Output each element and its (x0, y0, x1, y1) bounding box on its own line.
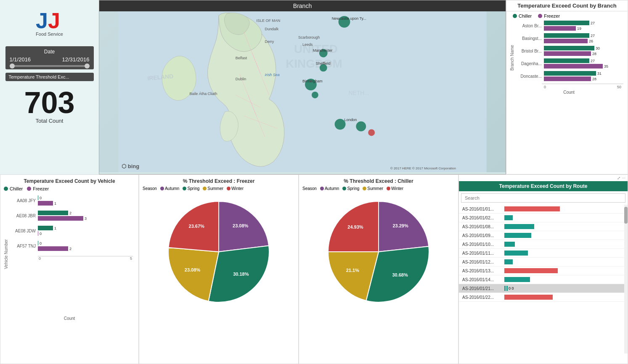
map-title: Branch (99, 0, 506, 11)
threshold-label: Temperature Threshold Exc... (5, 73, 94, 81)
vehicle-chiller-dot (4, 187, 8, 191)
vehicle-legend-chiller: Chiller (4, 186, 23, 191)
date-slider[interactable] (10, 65, 90, 67)
vehicle-panel: Temperature Exceed Count by Vehicle Chil… (0, 174, 139, 364)
vehicle-x-label: Count (4, 316, 135, 321)
route-item[interactable]: AS-2016/01/14... (459, 275, 624, 284)
freezer-pie-container: 23.08%30.18%23.08%23.67% (143, 193, 295, 311)
svg-text:24.93%: 24.93% (347, 224, 363, 229)
vehicle-y-label: Vehicle Number (4, 193, 8, 315)
route-title: Temperature Exceed Count by Route (459, 181, 628, 191)
season-label-chiller: Season (302, 186, 317, 191)
freezer-pie-panel: % Threshold Exceed : Freezer Season Autu… (139, 174, 299, 364)
menu-icon[interactable]: ··· (622, 176, 625, 180)
branch-chart-title: Temperature Exceed Count by Branch (506, 0, 628, 11)
branch-row: Bristol Br... 30 28 (514, 46, 623, 56)
svg-text:KINGDOM: KINGDOM (286, 57, 342, 70)
vehicle-row: AA08 JFY 0 1 (11, 195, 133, 206)
svg-text:Birmingham: Birmingham (302, 79, 323, 83)
svg-text:Manchester: Manchester (313, 48, 333, 53)
date-panel: Date 1/1/2016 12/31/2016 (5, 46, 94, 69)
route-item[interactable]: AS-2016/01/10... (459, 240, 624, 249)
svg-text:Belfast: Belfast (236, 56, 247, 60)
svg-text:Scarborough: Scarborough (298, 35, 320, 40)
logo-j1: J (36, 8, 48, 33)
legend-freezer: Freezer (538, 13, 560, 18)
route-search-input[interactable] (461, 193, 625, 203)
season-label-freezer: Season (143, 186, 157, 191)
chiller-season-legend: Season Autumn Spring Summer Winter (302, 186, 455, 191)
vehicle-chiller-label: Chiller (10, 186, 23, 191)
svg-text:30.18%: 30.18% (233, 272, 249, 277)
chiller-label: Chiller (519, 13, 532, 18)
route-panel: ⤢ ··· Temperature Exceed Count by Route … (458, 174, 628, 364)
vehicle-freezer-dot (27, 187, 31, 191)
count-number: 703 (24, 87, 74, 118)
date-label: Date (10, 49, 90, 55)
svg-text:Sheffield: Sheffield (316, 61, 331, 66)
route-item[interactable]: AS-2016/01/12... (459, 258, 624, 266)
svg-text:ISLE OF MAN: ISLE OF MAN (257, 18, 281, 23)
route-item[interactable]: AS-2016/01/13... (459, 266, 624, 275)
route-item[interactable]: AS-2016/01/11... (459, 249, 624, 258)
logo: JJ Food Service (22, 4, 77, 42)
vehicle-title: Temperature Exceed Count by Vehicle (4, 178, 135, 184)
freezer-pie-title: % Threshold Exceed : Freezer (143, 178, 295, 184)
svg-text:Dublin: Dublin (236, 77, 246, 81)
vehicle-bars: AA08 JFY 0 1 AE08 JBR 2 3 AE08 JDW 1 0 A… (8, 193, 135, 315)
route-item[interactable]: AS-2016/01/01... (459, 205, 624, 214)
vehicle-row: AE08 JDW 1 0 (11, 226, 133, 236)
route-search-container[interactable] (459, 191, 628, 205)
svg-text:Derry: Derry (265, 40, 274, 44)
date-slider-right[interactable] (85, 63, 90, 69)
freezer-season-legend: Season Autumn Spring Summer Winter (143, 186, 295, 191)
svg-text:Baile Átha Cliath: Baile Átha Cliath (189, 92, 217, 96)
route-item[interactable]: AS-2016/01/08... (459, 222, 624, 231)
route-item[interactable]: AS-2016/01/21...0 0 (459, 284, 624, 293)
date-start: 1/1/2016 (10, 56, 31, 63)
date-end: 12/31/2016 (62, 56, 89, 63)
vehicle-freezer-label: Freezer (33, 186, 49, 191)
expand-icon[interactable]: ⤢ (617, 176, 620, 180)
svg-text:21.1%: 21.1% (346, 268, 359, 273)
chiller-pie-panel: % Threshold Exceed : Chiller Season Autu… (299, 174, 458, 364)
svg-text:NETH...: NETH... (348, 90, 369, 96)
svg-text:⬡ bing: ⬡ bing (122, 163, 139, 169)
freezer-label: Freezer (544, 13, 560, 18)
branch-row: Aston Br... 27 19 (514, 21, 623, 31)
route-item[interactable]: AS-2016/01/02... (459, 214, 624, 222)
total-count-display: 703 Total Count (24, 87, 74, 124)
chiller-pie-title: % Threshold Exceed : Chiller (302, 178, 455, 184)
freezer-dot (538, 14, 542, 18)
vehicle-row: AE08 JBR 2 3 (11, 211, 133, 221)
scrollbar-thumb[interactable] (624, 207, 628, 224)
route-scrollbar[interactable] (624, 205, 628, 353)
svg-text:Dundalk: Dundalk (265, 27, 278, 31)
legend-chiller: Chiller (513, 13, 532, 18)
svg-text:30.68%: 30.68% (392, 272, 408, 277)
svg-point-17 (356, 121, 366, 132)
logo-j2: J (48, 8, 60, 33)
vehicle-row: AF57 TNJ 0 2 (11, 241, 133, 251)
svg-text:London: London (344, 118, 357, 122)
chiller-pie-container: 23.29%30.68%21.1%24.93% (302, 193, 455, 311)
route-item[interactable]: AS-2016/01/09... (459, 231, 624, 240)
map-area[interactable]: UNITED KINGDOM IRELAND NETH... Newcastle… (99, 11, 506, 172)
svg-point-15 (312, 92, 318, 98)
map-panel: Branch UN (99, 0, 506, 174)
route-list: AS-2016/01/01...AS-2016/01/02...AS-2016/… (459, 205, 624, 326)
svg-point-18 (368, 129, 375, 136)
branch-row: Doncaste... 31 28 (514, 71, 623, 81)
svg-text:Newcastle upon Ty...: Newcastle upon Ty... (332, 16, 366, 21)
svg-text:Irish Sea: Irish Sea (265, 73, 279, 77)
date-slider-left[interactable] (10, 63, 15, 69)
route-item[interactable]: AS-2016/01/22... (459, 293, 624, 302)
svg-text:Leeds: Leeds (302, 42, 313, 47)
branch-row: Dagenha... 27 35 (514, 58, 623, 69)
branch-row: Basingst... 27 26 (514, 33, 623, 43)
branch-panel: Temperature Exceed Count by Branch Chill… (506, 0, 628, 174)
chiller-dot (513, 14, 517, 18)
svg-text:23.08%: 23.08% (185, 267, 201, 272)
branch-legend: Chiller Freezer (506, 11, 628, 21)
branch-bars-container: Aston Br... 27 19 Basingst... 27 26 Bris… (514, 21, 623, 95)
